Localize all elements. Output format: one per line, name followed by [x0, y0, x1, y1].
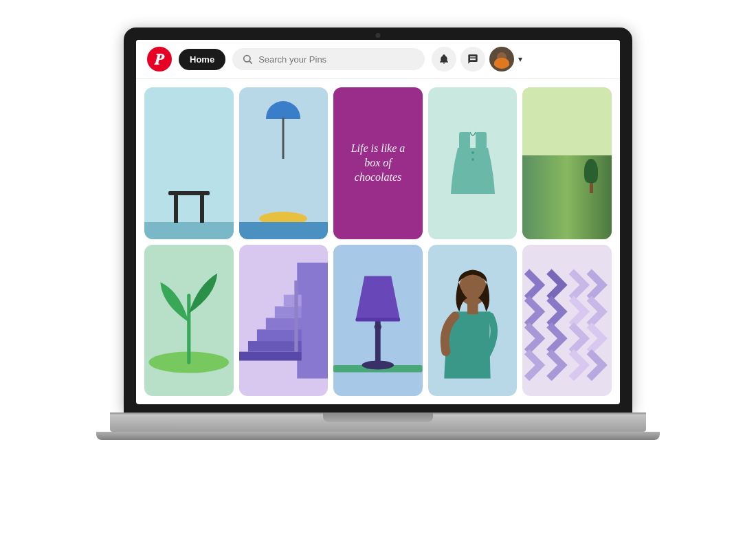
laptop-base: [110, 412, 646, 432]
svg-point-0: [244, 56, 250, 62]
pin-card-table[interactable]: [144, 87, 234, 239]
umbrella-canopy: [266, 101, 300, 119]
search-input[interactable]: [258, 54, 415, 65]
table-leg-right: [200, 195, 204, 223]
pin-card-umbrella[interactable]: [239, 87, 329, 239]
pinterest-logo[interactable]: 𝑷: [147, 47, 172, 72]
table-illustration: [168, 191, 210, 226]
pinterest-p-icon: 𝑷: [155, 52, 164, 67]
pin-card-geometric[interactable]: [522, 245, 612, 397]
svg-rect-2: [459, 132, 470, 149]
svg-rect-10: [248, 341, 302, 352]
avatar-body: [494, 58, 509, 69]
tree-crown: [584, 159, 598, 183]
svg-line-1: [249, 61, 252, 64]
sprout-illustration: [144, 245, 234, 391]
hinge-notch: [323, 412, 433, 422]
messages-button[interactable]: [460, 47, 485, 72]
chevron-down-button[interactable]: ▾: [518, 54, 522, 64]
pin-card-quote[interactable]: Life is like a box of chocolates: [333, 87, 423, 239]
laptop-container: 𝑷 Home: [110, 28, 646, 522]
svg-point-20: [375, 323, 381, 330]
pin-card-person[interactable]: [428, 245, 518, 397]
search-icon: [242, 54, 253, 65]
pin-card-stairs[interactable]: [239, 245, 329, 397]
person-illustration: [428, 245, 518, 397]
stairs-illustration: [239, 245, 329, 397]
notifications-button[interactable]: [432, 47, 456, 72]
svg-point-5: [471, 158, 474, 161]
pin-card-landscape[interactable]: [522, 87, 612, 239]
svg-rect-19: [356, 318, 401, 321]
dress-illustration: [445, 129, 500, 197]
svg-point-4: [471, 151, 474, 154]
bell-icon: [438, 54, 449, 65]
pin-card-lamp[interactable]: [333, 245, 423, 397]
lamp-illustration: [333, 245, 423, 397]
avatar-illustration: [492, 50, 511, 69]
svg-rect-15: [294, 280, 298, 351]
tree-shape: [584, 159, 598, 193]
svg-rect-8: [297, 263, 328, 378]
pin-grid: Life is like a box of chocolates: [136, 79, 620, 404]
geometric-illustration: [522, 245, 612, 397]
svg-rect-3: [476, 132, 487, 149]
screen-bezel: 𝑷 Home: [124, 28, 632, 412]
umbrella-pole: [282, 118, 285, 159]
screen-content: 𝑷 Home: [136, 40, 620, 404]
nav-icons: ▾: [432, 47, 522, 72]
svg-rect-14: [283, 294, 301, 306]
umbrella-scene: [239, 87, 329, 239]
navbar: 𝑷 Home: [136, 40, 620, 79]
table-leg-left: [174, 195, 178, 223]
home-button[interactable]: Home: [179, 49, 225, 70]
quote-text: Life is like a box of chocolates: [344, 142, 412, 184]
field-foreground: [522, 155, 612, 239]
laptop-bottom-edge: [96, 432, 660, 440]
search-bar[interactable]: [232, 48, 425, 70]
avatar-button[interactable]: [489, 47, 514, 72]
message-icon: [467, 54, 478, 65]
pin-card-sprout[interactable]: [144, 245, 234, 397]
tree-trunk: [590, 183, 593, 193]
water-layer: [239, 222, 329, 239]
pin-card-dress[interactable]: [428, 87, 518, 239]
svg-rect-9: [239, 351, 302, 360]
